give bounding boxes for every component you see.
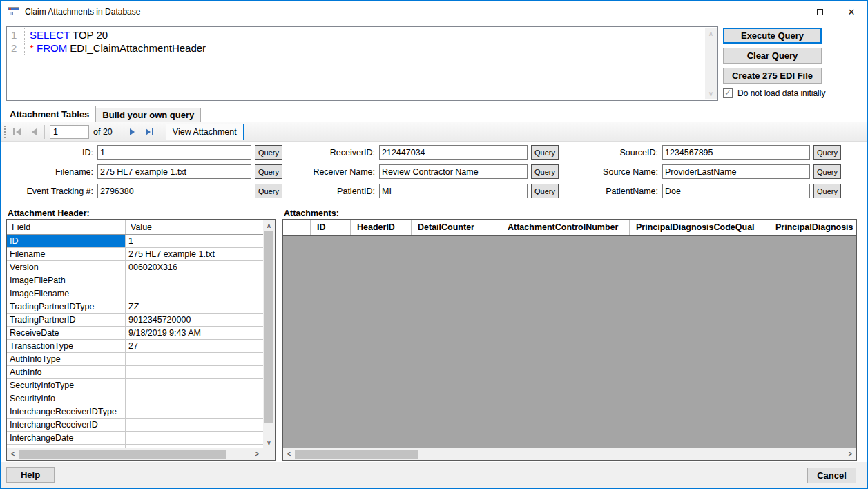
table-row[interactable]: ImageFilename bbox=[7, 287, 263, 300]
event-tracking-query-button[interactable]: Query bbox=[255, 184, 282, 198]
grid-cell-field[interactable]: TradingPartnerID bbox=[7, 314, 126, 326]
grid-cell-value[interactable]: 006020X316 bbox=[126, 261, 263, 274]
vertical-scrollbar-thumb[interactable] bbox=[264, 231, 273, 423]
grid-cell-field[interactable]: Filename bbox=[7, 248, 126, 260]
table-row[interactable]: SecurityInfoType bbox=[7, 379, 263, 392]
filename-input[interactable] bbox=[97, 164, 251, 179]
horizontal-scrollbar-thumb[interactable] bbox=[19, 450, 226, 459]
table-row[interactable]: AuthInfo bbox=[7, 366, 263, 379]
grid-cell-field[interactable]: Version bbox=[7, 261, 126, 274]
record-position-input[interactable] bbox=[50, 125, 89, 139]
scroll-right-icon[interactable]: > bbox=[251, 448, 263, 460]
grid-cell-value[interactable]: 9/18/2019 9:43 AM bbox=[126, 327, 263, 339]
column-header-principaldiagnosis[interactable]: PrincipalDiagnosis bbox=[769, 220, 856, 235]
sourceid-input[interactable] bbox=[662, 145, 810, 160]
id-query-button[interactable]: Query bbox=[255, 145, 282, 160]
grid-cell-value[interactable] bbox=[126, 419, 263, 431]
column-header-value[interactable]: Value bbox=[126, 220, 152, 234]
grid-cell-value[interactable] bbox=[126, 353, 263, 365]
source-name-query-button[interactable]: Query bbox=[813, 164, 841, 179]
column-header-detailcounter[interactable]: DetailCounter bbox=[412, 220, 501, 235]
grid-cell-value[interactable] bbox=[126, 287, 263, 300]
patientname-query-button[interactable]: Query bbox=[813, 184, 841, 198]
column-header-field[interactable]: Field bbox=[7, 220, 126, 234]
receiver-name-query-button[interactable]: Query bbox=[531, 164, 559, 179]
help-button[interactable]: Help bbox=[6, 467, 55, 483]
table-row[interactable]: SecurityInfo bbox=[7, 392, 263, 405]
do-not-load-data-checkbox[interactable]: ✓ bbox=[723, 88, 733, 98]
tab-build-your-own-query[interactable]: Build your own query bbox=[96, 108, 201, 122]
sourceid-query-button[interactable]: Query bbox=[813, 145, 841, 160]
grid-cell-field[interactable]: AuthInfo bbox=[7, 366, 126, 378]
scroll-left-icon[interactable]: < bbox=[7, 448, 19, 460]
column-header-principaldiagnosiscodequal[interactable]: PrincipalDiagnosisCodeQual bbox=[630, 220, 769, 235]
column-header-headerid[interactable]: HeaderID bbox=[351, 220, 412, 235]
scroll-right-icon[interactable]: > bbox=[845, 448, 856, 460]
patientname-input[interactable] bbox=[662, 184, 810, 198]
patientid-query-button[interactable]: Query bbox=[531, 184, 559, 198]
title-bar[interactable]: Claim Attachments in Database ✕ bbox=[1, 1, 867, 23]
table-row[interactable]: Version006020X316 bbox=[7, 261, 263, 274]
grid-cell-value[interactable] bbox=[126, 366, 263, 378]
scroll-up-icon[interactable]: ∧ bbox=[263, 220, 275, 231]
table-row[interactable]: TransactionType27 bbox=[7, 340, 263, 353]
patientid-input[interactable] bbox=[379, 184, 528, 198]
table-row[interactable]: InterchangeReceiverIDType bbox=[7, 405, 263, 419]
grid-cell-value[interactable]: 9012345720000 bbox=[126, 314, 263, 326]
tab-attachment-tables[interactable]: Attachment Tables bbox=[3, 106, 96, 122]
previous-record-button[interactable] bbox=[26, 124, 42, 140]
grid-cell-value[interactable] bbox=[126, 274, 263, 287]
event-tracking-input[interactable] bbox=[97, 184, 251, 198]
receiverid-input[interactable] bbox=[379, 145, 528, 160]
first-record-button[interactable] bbox=[9, 124, 26, 140]
sql-editor-vertical-scrollbar[interactable]: ∧ ∨ bbox=[705, 28, 717, 99]
table-row[interactable]: InterchangeReceiverID bbox=[7, 419, 263, 432]
grid-cell-field[interactable]: ReceiveDate bbox=[7, 327, 126, 339]
table-row[interactable]: Filename275 HL7 example 1.txt bbox=[7, 248, 263, 261]
grid-cell-field[interactable]: SecurityInfo bbox=[7, 392, 126, 405]
attachments-grid-horizontal-scrollbar[interactable]: < > bbox=[283, 448, 856, 460]
execute-query-button[interactable]: Execute Query bbox=[723, 28, 822, 44]
horizontal-scrollbar-thumb[interactable] bbox=[295, 450, 418, 459]
cancel-button[interactable]: Cancel bbox=[807, 468, 856, 483]
grid-cell-field[interactable]: ImageFilename bbox=[7, 287, 126, 300]
grid-cell-field[interactable]: SecurityInfoType bbox=[7, 379, 126, 392]
grid-cell-value[interactable] bbox=[126, 392, 263, 405]
table-row[interactable]: InterchangeDate bbox=[7, 432, 263, 445]
source-name-input[interactable] bbox=[662, 164, 810, 179]
grid-cell-value[interactable]: ZZ bbox=[126, 300, 263, 313]
grid-cell-value[interactable]: 27 bbox=[126, 340, 263, 352]
grid-cell-field[interactable]: InterchangeReceiverIDType bbox=[7, 405, 126, 418]
maximize-button[interactable] bbox=[804, 1, 836, 23]
view-attachment-button[interactable]: View Attachment bbox=[166, 124, 244, 140]
grid-cell-field[interactable]: ImageFilePath bbox=[7, 274, 126, 287]
filename-query-button[interactable]: Query bbox=[255, 164, 282, 179]
last-record-button[interactable] bbox=[141, 124, 157, 140]
close-button[interactable]: ✕ bbox=[836, 1, 867, 23]
minimize-button[interactable] bbox=[772, 1, 804, 23]
scroll-up-icon[interactable]: ∧ bbox=[705, 28, 717, 39]
receiver-name-input[interactable] bbox=[379, 164, 528, 179]
table-row[interactable]: TradingPartnerID9012345720000 bbox=[7, 314, 263, 327]
grid-cell-field[interactable]: InterchangeDate bbox=[7, 432, 126, 444]
table-row[interactable]: ID1 bbox=[7, 235, 263, 248]
id-input[interactable] bbox=[97, 145, 251, 160]
grid-cell-value[interactable]: 275 HL7 example 1.txt bbox=[126, 248, 263, 260]
sql-query-editor[interactable]: 1SELECT TOP 202* FROM EDI_ClaimAttachmen… bbox=[6, 26, 718, 101]
grid-cell-field[interactable]: TransactionType bbox=[7, 340, 126, 352]
table-row[interactable]: ImageFilePath bbox=[7, 274, 263, 287]
header-grid-horizontal-scrollbar[interactable]: < > bbox=[7, 448, 263, 460]
grid-cell-value[interactable] bbox=[126, 432, 263, 444]
scroll-down-icon[interactable]: ∨ bbox=[263, 437, 275, 448]
scroll-left-icon[interactable]: < bbox=[283, 448, 295, 460]
toolstrip-grip[interactable] bbox=[4, 126, 6, 138]
grid-cell-field[interactable]: InterchangeReceiverID bbox=[7, 419, 126, 431]
receiverid-query-button[interactable]: Query bbox=[531, 145, 559, 160]
next-record-button[interactable] bbox=[124, 124, 141, 140]
scroll-down-icon[interactable]: ∨ bbox=[705, 88, 717, 99]
table-row[interactable]: TradingPartnerIDTypeZZ bbox=[7, 300, 263, 314]
column-header-row-selector[interactable] bbox=[283, 220, 311, 235]
column-header-id[interactable]: ID bbox=[311, 220, 351, 235]
grid-cell-value[interactable] bbox=[126, 379, 263, 392]
create-275-edi-file-button[interactable]: Create 275 EDI File bbox=[723, 68, 822, 84]
